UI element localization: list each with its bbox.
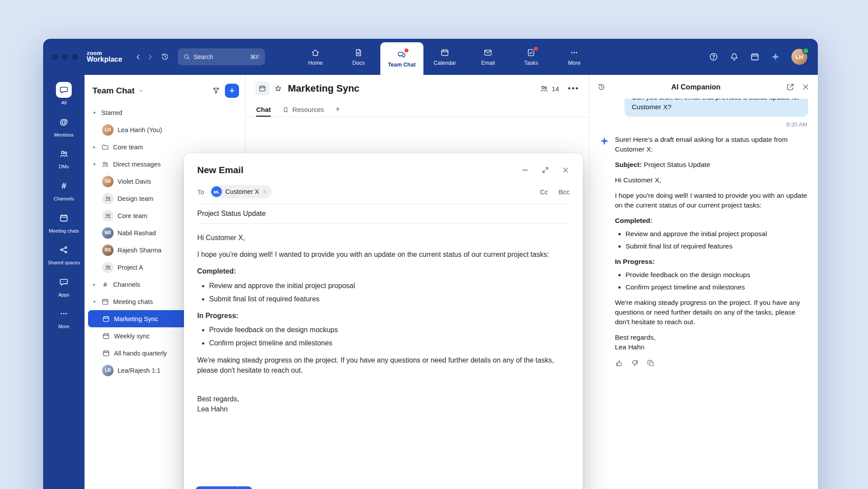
tab-resources[interactable]: Resources — [282, 102, 324, 117]
history-icon — [597, 83, 606, 91]
list-item: Provide feedback on the design mockups — [625, 270, 808, 280]
ai-completed-list: Review and approve the initial project p… — [615, 229, 808, 251]
item-label: Marketing Sync — [114, 315, 158, 322]
tab-label: Chat — [256, 106, 271, 113]
shared-spaces-icon — [59, 245, 69, 255]
list-item: Confirm project timeline and milestones — [209, 338, 570, 348]
meeting-calendar-icon — [258, 85, 266, 93]
tab-docs[interactable]: Docs — [337, 39, 380, 75]
ai-history-button[interactable] — [597, 83, 606, 91]
ai-close-button[interactable] — [802, 83, 810, 91]
more-icon — [570, 48, 579, 57]
section-starred[interactable]: ▾ Starred — [88, 104, 242, 121]
ai-popout-button[interactable] — [786, 83, 794, 91]
ai-completed-heading: Completed: — [615, 216, 808, 226]
channel-more-button[interactable]: ••• — [568, 84, 579, 93]
new-chat-button[interactable]: + — [225, 84, 239, 98]
tab-more[interactable]: More — [553, 39, 596, 75]
tab-label: Calendar — [434, 60, 456, 66]
chevron-left-icon — [135, 53, 142, 61]
item-label: Design team — [118, 195, 153, 202]
list-item: Review and approve the initial project p… — [209, 281, 570, 291]
rail-item-apps[interactable]: Apps — [44, 274, 83, 298]
calendar-quick-button[interactable] — [750, 52, 760, 62]
traffic-light-close[interactable] — [52, 54, 58, 60]
item-label: Rajesh Sharma — [118, 247, 162, 254]
calendar-icon — [440, 48, 449, 57]
resources-icon — [282, 106, 289, 113]
thumbs-down-button[interactable] — [631, 359, 639, 367]
ai-companion-button[interactable] — [771, 52, 780, 62]
minimize-button[interactable] — [521, 166, 529, 174]
subject-input[interactable] — [197, 210, 570, 218]
channel-tabs: Chat Resources + — [246, 102, 589, 117]
back-button[interactable] — [133, 51, 144, 63]
cc-button[interactable]: Cc — [540, 188, 548, 196]
rail-item-mentions[interactable]: @ Mentions — [44, 114, 83, 138]
ai-panel-header: AI Companion — [589, 75, 818, 99]
avatar: NR — [102, 227, 114, 239]
user-avatar[interactable]: LH — [791, 49, 807, 65]
rail-item-dms[interactable]: DMs — [44, 146, 83, 170]
plus-icon: + — [335, 105, 340, 114]
notifications-button[interactable] — [729, 52, 739, 62]
expand-button[interactable] — [541, 166, 549, 174]
send-button[interactable]: Send — [195, 486, 237, 489]
global-search[interactable]: ⌘F — [178, 48, 265, 65]
rail-label: Shared spaces — [48, 260, 80, 266]
window-controls — [52, 54, 78, 60]
members-button[interactable]: 14 — [540, 84, 559, 93]
section-label: Meeting chats — [113, 298, 153, 305]
copy-button[interactable] — [647, 359, 655, 367]
tab-calendar[interactable]: Calendar — [423, 39, 467, 75]
calendar-icon — [750, 52, 760, 62]
caret-down-icon[interactable]: ▾ — [92, 299, 97, 304]
ai-subject-line: Subject: Project Status Update — [615, 160, 808, 170]
email-body-editor[interactable]: Hi Customer X, I hope you're doing well!… — [184, 224, 583, 480]
email-in-progress-list: Provide feedback on the design mockups C… — [197, 325, 570, 348]
search-input[interactable] — [194, 53, 246, 60]
subject-field[interactable] — [197, 204, 570, 224]
rail-item-shared-spaces[interactable]: Shared spaces — [44, 242, 83, 266]
copy-icon — [647, 359, 655, 367]
rail-item-meeting-chats[interactable]: Meeting chats — [44, 210, 83, 234]
tab-email[interactable]: Email — [467, 39, 510, 75]
ai-in-progress-list: Provide feedback on the design mockups C… — [615, 270, 808, 292]
ai-outro: We're making steady progress on the proj… — [615, 298, 808, 327]
caret-right-icon[interactable]: ▸ — [92, 144, 97, 149]
tab-chat[interactable]: Chat — [256, 102, 271, 117]
add-tab-button[interactable]: + — [335, 102, 340, 117]
help-icon — [709, 52, 718, 62]
close-button[interactable] — [562, 166, 570, 174]
rail-item-channels[interactable]: # Channels — [44, 178, 83, 202]
recipient-chip[interactable]: ML Customer X — [210, 185, 272, 198]
star-icon — [274, 84, 283, 93]
send-options-button[interactable] — [237, 486, 252, 489]
recipient-avatar: ML — [211, 186, 222, 197]
list-item-lea-hanh[interactable]: LH Lea Hanh (You) — [88, 121, 242, 138]
forward-button[interactable] — [144, 51, 156, 63]
filter-button[interactable] — [212, 86, 221, 95]
history-button[interactable] — [159, 51, 171, 63]
chat-list-header: Team Chat + — [85, 75, 245, 103]
thumbs-up-button[interactable] — [615, 359, 623, 367]
traffic-light-zoom[interactable] — [72, 54, 78, 60]
caret-down-icon[interactable]: ▾ — [92, 110, 97, 115]
tab-home[interactable]: Home — [294, 39, 337, 75]
rail-item-all[interactable]: All — [44, 82, 83, 106]
traffic-light-minimize[interactable] — [62, 54, 68, 60]
hash-icon: # — [101, 281, 109, 288]
list-item: Submit final list of required features — [209, 294, 570, 304]
rail-item-more[interactable]: More — [44, 306, 83, 330]
caret-down-icon[interactable]: ▾ — [92, 162, 97, 167]
tab-tasks[interactable]: Tasks — [510, 39, 553, 75]
star-channel-button[interactable] — [274, 84, 283, 93]
remove-recipient-button[interactable] — [262, 189, 267, 194]
to-field[interactable]: To ML Customer X Cc Bcc — [197, 182, 570, 204]
caret-right-icon[interactable]: ▸ — [92, 282, 97, 287]
tab-team-chat[interactable]: Team Chat — [380, 42, 423, 75]
ai-body-intro: I hope you're doing well! I wanted to pr… — [615, 191, 808, 210]
bcc-button[interactable]: Bcc — [559, 188, 570, 196]
help-button[interactable] — [709, 52, 718, 62]
chat-list-title-button[interactable]: Team Chat — [92, 86, 144, 96]
